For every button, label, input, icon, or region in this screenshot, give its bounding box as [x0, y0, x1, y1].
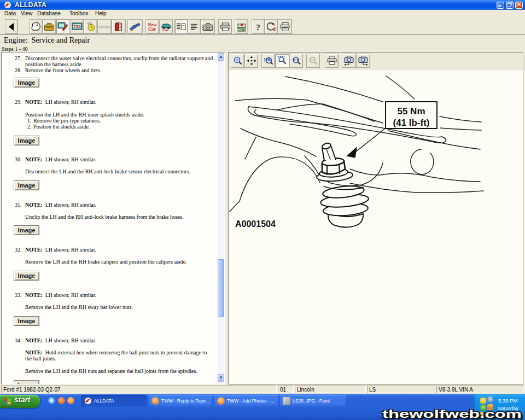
- svg-text:(41 lb-ft): (41 lb-ft): [393, 118, 429, 128]
- svg-text:NOTE: NOTE: [237, 28, 246, 31]
- svg-text:100: 100: [263, 57, 271, 62]
- svg-text:A0001504: A0001504: [235, 219, 276, 229]
- svg-text:55 Nm: 55 Nm: [397, 106, 425, 116]
- svg-text:Car: Car: [148, 26, 156, 32]
- svg-text:2: 2: [273, 26, 276, 31]
- svg-text:Browse: Browse: [98, 25, 110, 29]
- svg-text:?: ?: [256, 22, 260, 31]
- svg-text:Car: Car: [162, 28, 169, 32]
- svg-text:750: 750: [73, 24, 81, 29]
